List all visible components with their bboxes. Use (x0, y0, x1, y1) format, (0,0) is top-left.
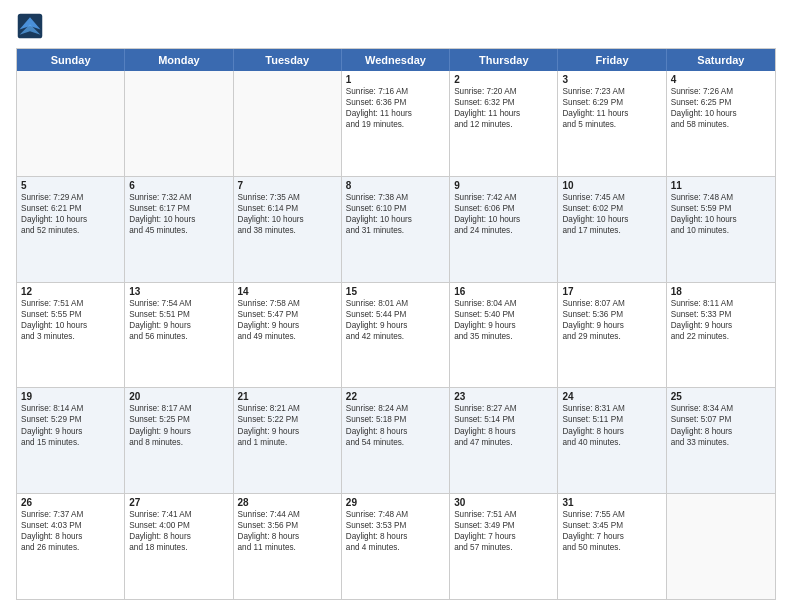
calendar-row: 1Sunrise: 7:16 AM Sunset: 6:36 PM Daylig… (17, 71, 775, 176)
calendar-row: 19Sunrise: 8:14 AM Sunset: 5:29 PM Dayli… (17, 387, 775, 493)
weekday-header: Friday (558, 49, 666, 71)
day-number: 4 (671, 74, 771, 85)
day-info: Sunrise: 7:44 AM Sunset: 3:56 PM Dayligh… (238, 509, 337, 553)
day-info: Sunrise: 8:01 AM Sunset: 5:44 PM Dayligh… (346, 298, 445, 342)
calendar-cell: 8Sunrise: 7:38 AM Sunset: 6:10 PM Daylig… (342, 177, 450, 282)
weekday-header: Tuesday (234, 49, 342, 71)
calendar-cell: 9Sunrise: 7:42 AM Sunset: 6:06 PM Daylig… (450, 177, 558, 282)
day-number: 10 (562, 180, 661, 191)
calendar-cell: 18Sunrise: 8:11 AM Sunset: 5:33 PM Dayli… (667, 283, 775, 388)
day-number: 23 (454, 391, 553, 402)
day-number: 12 (21, 286, 120, 297)
day-number: 7 (238, 180, 337, 191)
day-number: 15 (346, 286, 445, 297)
day-info: Sunrise: 8:17 AM Sunset: 5:25 PM Dayligh… (129, 403, 228, 447)
calendar-cell: 6Sunrise: 7:32 AM Sunset: 6:17 PM Daylig… (125, 177, 233, 282)
day-number: 17 (562, 286, 661, 297)
calendar-cell: 3Sunrise: 7:23 AM Sunset: 6:29 PM Daylig… (558, 71, 666, 176)
weekday-header: Wednesday (342, 49, 450, 71)
weekday-header: Thursday (450, 49, 558, 71)
day-info: Sunrise: 8:04 AM Sunset: 5:40 PM Dayligh… (454, 298, 553, 342)
day-number: 29 (346, 497, 445, 508)
day-number: 14 (238, 286, 337, 297)
calendar-cell (125, 71, 233, 176)
day-number: 28 (238, 497, 337, 508)
day-number: 20 (129, 391, 228, 402)
calendar-row: 12Sunrise: 7:51 AM Sunset: 5:55 PM Dayli… (17, 282, 775, 388)
page: SundayMondayTuesdayWednesdayThursdayFrid… (0, 0, 792, 612)
calendar-cell: 21Sunrise: 8:21 AM Sunset: 5:22 PM Dayli… (234, 388, 342, 493)
day-info: Sunrise: 7:41 AM Sunset: 4:00 PM Dayligh… (129, 509, 228, 553)
day-number: 22 (346, 391, 445, 402)
day-info: Sunrise: 7:32 AM Sunset: 6:17 PM Dayligh… (129, 192, 228, 236)
day-number: 9 (454, 180, 553, 191)
day-number: 5 (21, 180, 120, 191)
calendar-header: SundayMondayTuesdayWednesdayThursdayFrid… (17, 49, 775, 71)
calendar-cell: 13Sunrise: 7:54 AM Sunset: 5:51 PM Dayli… (125, 283, 233, 388)
day-number: 25 (671, 391, 771, 402)
calendar-cell: 23Sunrise: 8:27 AM Sunset: 5:14 PM Dayli… (450, 388, 558, 493)
calendar-cell: 1Sunrise: 7:16 AM Sunset: 6:36 PM Daylig… (342, 71, 450, 176)
logo (16, 12, 48, 40)
day-info: Sunrise: 8:21 AM Sunset: 5:22 PM Dayligh… (238, 403, 337, 447)
calendar-cell: 15Sunrise: 8:01 AM Sunset: 5:44 PM Dayli… (342, 283, 450, 388)
day-info: Sunrise: 8:34 AM Sunset: 5:07 PM Dayligh… (671, 403, 771, 447)
day-number: 24 (562, 391, 661, 402)
calendar-cell (667, 494, 775, 599)
calendar-cell: 7Sunrise: 7:35 AM Sunset: 6:14 PM Daylig… (234, 177, 342, 282)
day-info: Sunrise: 7:48 AM Sunset: 3:53 PM Dayligh… (346, 509, 445, 553)
day-info: Sunrise: 7:20 AM Sunset: 6:32 PM Dayligh… (454, 86, 553, 130)
calendar-cell: 24Sunrise: 8:31 AM Sunset: 5:11 PM Dayli… (558, 388, 666, 493)
calendar-cell: 17Sunrise: 8:07 AM Sunset: 5:36 PM Dayli… (558, 283, 666, 388)
day-number: 30 (454, 497, 553, 508)
day-number: 1 (346, 74, 445, 85)
calendar-cell (17, 71, 125, 176)
day-info: Sunrise: 7:55 AM Sunset: 3:45 PM Dayligh… (562, 509, 661, 553)
day-number: 19 (21, 391, 120, 402)
calendar-cell: 31Sunrise: 7:55 AM Sunset: 3:45 PM Dayli… (558, 494, 666, 599)
calendar-cell: 27Sunrise: 7:41 AM Sunset: 4:00 PM Dayli… (125, 494, 233, 599)
calendar-cell: 16Sunrise: 8:04 AM Sunset: 5:40 PM Dayli… (450, 283, 558, 388)
day-info: Sunrise: 7:26 AM Sunset: 6:25 PM Dayligh… (671, 86, 771, 130)
calendar-cell: 22Sunrise: 8:24 AM Sunset: 5:18 PM Dayli… (342, 388, 450, 493)
calendar-cell: 12Sunrise: 7:51 AM Sunset: 5:55 PM Dayli… (17, 283, 125, 388)
day-info: Sunrise: 7:35 AM Sunset: 6:14 PM Dayligh… (238, 192, 337, 236)
day-info: Sunrise: 7:48 AM Sunset: 5:59 PM Dayligh… (671, 192, 771, 236)
day-info: Sunrise: 7:38 AM Sunset: 6:10 PM Dayligh… (346, 192, 445, 236)
day-info: Sunrise: 8:07 AM Sunset: 5:36 PM Dayligh… (562, 298, 661, 342)
day-info: Sunrise: 7:37 AM Sunset: 4:03 PM Dayligh… (21, 509, 120, 553)
calendar-cell (234, 71, 342, 176)
day-number: 21 (238, 391, 337, 402)
calendar-body: 1Sunrise: 7:16 AM Sunset: 6:36 PM Daylig… (17, 71, 775, 599)
day-number: 13 (129, 286, 228, 297)
day-info: Sunrise: 7:45 AM Sunset: 6:02 PM Dayligh… (562, 192, 661, 236)
day-info: Sunrise: 8:27 AM Sunset: 5:14 PM Dayligh… (454, 403, 553, 447)
calendar-cell: 25Sunrise: 8:34 AM Sunset: 5:07 PM Dayli… (667, 388, 775, 493)
weekday-header: Sunday (17, 49, 125, 71)
day-number: 16 (454, 286, 553, 297)
calendar-cell: 29Sunrise: 7:48 AM Sunset: 3:53 PM Dayli… (342, 494, 450, 599)
day-info: Sunrise: 7:51 AM Sunset: 5:55 PM Dayligh… (21, 298, 120, 342)
day-number: 2 (454, 74, 553, 85)
calendar-cell: 2Sunrise: 7:20 AM Sunset: 6:32 PM Daylig… (450, 71, 558, 176)
weekday-header: Monday (125, 49, 233, 71)
calendar-cell: 10Sunrise: 7:45 AM Sunset: 6:02 PM Dayli… (558, 177, 666, 282)
day-number: 27 (129, 497, 228, 508)
day-info: Sunrise: 7:54 AM Sunset: 5:51 PM Dayligh… (129, 298, 228, 342)
day-info: Sunrise: 7:51 AM Sunset: 3:49 PM Dayligh… (454, 509, 553, 553)
calendar-cell: 11Sunrise: 7:48 AM Sunset: 5:59 PM Dayli… (667, 177, 775, 282)
day-info: Sunrise: 7:23 AM Sunset: 6:29 PM Dayligh… (562, 86, 661, 130)
day-info: Sunrise: 8:11 AM Sunset: 5:33 PM Dayligh… (671, 298, 771, 342)
calendar-cell: 28Sunrise: 7:44 AM Sunset: 3:56 PM Dayli… (234, 494, 342, 599)
day-info: Sunrise: 7:42 AM Sunset: 6:06 PM Dayligh… (454, 192, 553, 236)
calendar-cell: 19Sunrise: 8:14 AM Sunset: 5:29 PM Dayli… (17, 388, 125, 493)
day-number: 11 (671, 180, 771, 191)
day-number: 31 (562, 497, 661, 508)
day-info: Sunrise: 7:29 AM Sunset: 6:21 PM Dayligh… (21, 192, 120, 236)
calendar-row: 5Sunrise: 7:29 AM Sunset: 6:21 PM Daylig… (17, 176, 775, 282)
day-info: Sunrise: 7:16 AM Sunset: 6:36 PM Dayligh… (346, 86, 445, 130)
day-info: Sunrise: 8:31 AM Sunset: 5:11 PM Dayligh… (562, 403, 661, 447)
header (16, 12, 776, 40)
day-info: Sunrise: 8:24 AM Sunset: 5:18 PM Dayligh… (346, 403, 445, 447)
day-info: Sunrise: 8:14 AM Sunset: 5:29 PM Dayligh… (21, 403, 120, 447)
